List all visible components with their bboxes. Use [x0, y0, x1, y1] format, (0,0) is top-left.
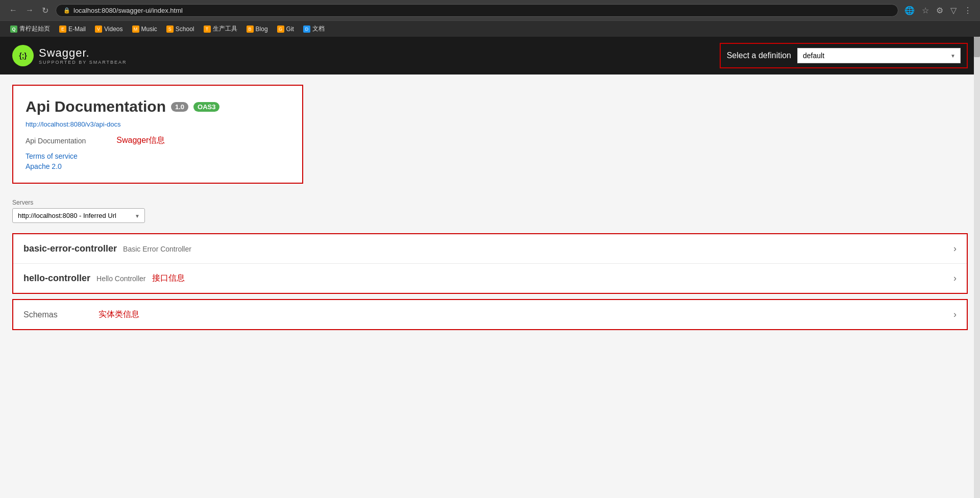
lock-icon: 🔒 — [63, 7, 70, 14]
reload-button[interactable]: ↻ — [39, 5, 52, 16]
bookmark-favicon: B — [247, 26, 254, 33]
bookmark-email[interactable]: E E-Mail — [55, 24, 90, 34]
definition-select-wrapper: default — [797, 48, 961, 63]
schemas-box: Schemas 实体类信息 › — [12, 299, 968, 330]
forward-button[interactable]: → — [22, 5, 37, 16]
bookmark-favicon: E — [59, 26, 66, 33]
terms-of-service-link[interactable]: Terms of service — [26, 152, 290, 160]
bookmark-favicon: Q — [10, 26, 17, 33]
profile-icon[interactable]: ⚙ — [934, 5, 945, 16]
main-content: Api Documentation 1.0 OAS3 http://localh… — [0, 74, 980, 340]
servers-select-wrapper: http://localhost:8080 - Inferred Url — [12, 208, 145, 223]
bookmark-favicon: G — [277, 26, 284, 33]
bookmark-school[interactable]: S School — [162, 24, 199, 34]
servers-label: Servers — [12, 199, 968, 206]
license-link[interactable]: Apache 2.0 — [26, 162, 290, 170]
swagger-logo-icon: {;} — [12, 45, 34, 66]
api-title: Api Documentation — [26, 98, 166, 115]
chevron-right-icon: › — [953, 309, 957, 320]
browser-chrome: ← → ↻ 🔒 localhost:8080/swagger-ui/index.… — [0, 0, 980, 37]
controllers-box: basic-error-controller Basic Error Contr… — [12, 233, 968, 294]
bookmark-label: Videos — [104, 26, 122, 33]
schema-name: Schemas — [23, 310, 58, 319]
bookmark-favicon: V — [95, 26, 102, 33]
bookmark-favicon: D — [303, 26, 310, 33]
api-links: Terms of service Apache 2.0 — [26, 152, 290, 170]
chevron-right-icon: › — [953, 273, 957, 284]
controller-item-hello[interactable]: hello-controller Hello Controller 接口信息 › — [13, 264, 967, 293]
bookmark-label: School — [176, 26, 194, 33]
star-icon[interactable]: ☆ — [920, 5, 931, 16]
toolbar-icons: 🌐 ☆ ⚙ ▽ ⋮ — [902, 5, 974, 16]
bookmark-favicon: T — [204, 26, 211, 33]
controller-left: hello-controller Hello Controller 接口信息 — [23, 273, 185, 284]
swagger-header: {;} Swagger. SUPPORTED BY SMARTBEAR Sele… — [0, 37, 980, 74]
swagger-sub-text: SUPPORTED BY SMARTBEAR — [39, 60, 127, 65]
servers-section: Servers http://localhost:8080 - Inferred… — [12, 199, 968, 223]
bookmark-git[interactable]: G Git — [273, 24, 298, 34]
schema-left: Schemas 实体类信息 — [23, 309, 139, 320]
bookmark-label: 生产工具 — [213, 24, 237, 33]
bookmark-label: 文档 — [312, 24, 325, 33]
definition-select[interactable]: default — [797, 48, 961, 63]
api-chinese-label: Swagger信息 — [116, 135, 165, 146]
swagger-logo-text: Swagger. SUPPORTED BY SMARTBEAR — [39, 46, 127, 65]
bookmark-label: Music — [141, 26, 157, 33]
schema-chinese: 实体类信息 — [99, 309, 139, 320]
api-url-link[interactable]: http://localhost:8080/v3/api-docs — [26, 120, 290, 128]
bookmark-blog[interactable]: B Blog — [242, 24, 272, 34]
address-bar[interactable]: 🔒 localhost:8080/swagger-ui/index.html — [56, 4, 898, 17]
servers-select[interactable]: http://localhost:8080 - Inferred Url — [12, 208, 145, 223]
translate-icon[interactable]: 🌐 — [902, 5, 917, 16]
bookmark-favicon: M — [132, 26, 139, 33]
definition-selector: Select a definition default — [720, 43, 968, 68]
swagger-main-text: Swagger. — [39, 46, 127, 60]
bookmark-music[interactable]: M Music — [128, 24, 161, 34]
browser-toolbar: ← → ↻ 🔒 localhost:8080/swagger-ui/index.… — [0, 0, 980, 20]
bookmark-label: Blog — [256, 26, 268, 33]
bookmark-tools[interactable]: T 生产工具 — [200, 23, 241, 34]
api-description-row: Api Documentation Swagger信息 — [26, 135, 290, 146]
url-text: localhost:8080/swagger-ui/index.html — [74, 7, 183, 14]
controller-name: hello-controller — [23, 273, 90, 284]
controller-name: basic-error-controller — [23, 243, 117, 254]
schema-item[interactable]: Schemas 实体类信息 › — [13, 300, 967, 329]
extension-icon[interactable]: ▽ — [948, 5, 959, 16]
api-description-text: Api Documentation — [26, 137, 86, 145]
bookmark-qingni[interactable]: Q 青柠起始页 — [6, 23, 54, 34]
bookmark-favicon: S — [166, 26, 174, 33]
bookmarks-bar: Q 青柠起始页 E E-Mail V Videos M Music S Scho… — [0, 20, 980, 37]
bookmark-label: Git — [286, 26, 294, 33]
bookmark-videos[interactable]: V Videos — [91, 24, 127, 34]
bookmark-label: 青柠起始页 — [19, 24, 50, 33]
swagger-logo: {;} Swagger. SUPPORTED BY SMARTBEAR — [12, 45, 127, 66]
controller-chinese: 接口信息 — [152, 273, 185, 284]
swagger-icon-text: {;} — [19, 52, 27, 60]
nav-buttons: ← → ↻ — [6, 5, 52, 16]
definition-label: Select a definition — [727, 51, 791, 60]
controller-desc: Basic Error Controller — [123, 245, 191, 253]
scrollbar[interactable] — [974, 37, 980, 498]
bookmark-docs[interactable]: D 文档 — [299, 23, 329, 34]
controller-desc: Hello Controller — [96, 275, 145, 283]
controller-left: basic-error-controller Basic Error Contr… — [23, 243, 191, 254]
chevron-right-icon: › — [953, 243, 957, 254]
bookmark-label: E-Mail — [68, 26, 86, 33]
menu-icon[interactable]: ⋮ — [962, 5, 974, 16]
scrollbar-thumb[interactable] — [974, 37, 980, 57]
back-button[interactable]: ← — [6, 5, 20, 16]
api-info-box: Api Documentation 1.0 OAS3 http://localh… — [12, 85, 303, 184]
controller-item-basic-error[interactable]: basic-error-controller Basic Error Contr… — [13, 234, 967, 264]
oas-badge: OAS3 — [193, 102, 219, 112]
api-title-row: Api Documentation 1.0 OAS3 — [26, 98, 290, 115]
version-badge: 1.0 — [171, 102, 188, 112]
